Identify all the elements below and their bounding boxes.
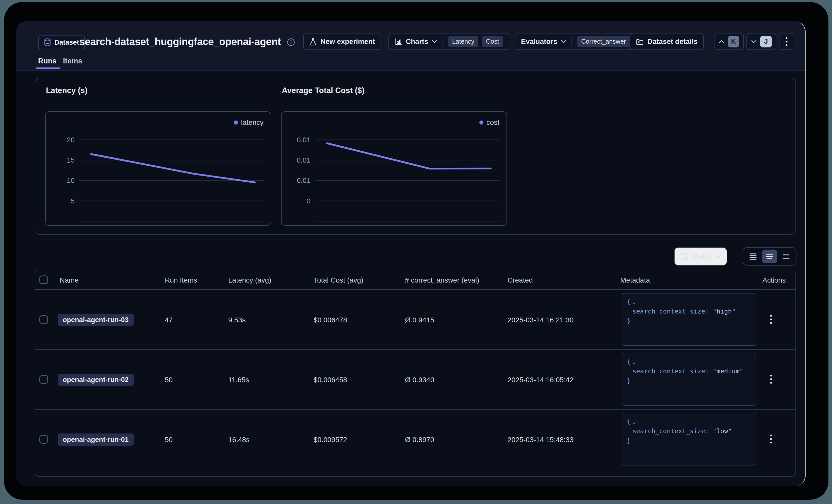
evaluator-chip-correct-answer[interactable]: Correct_answer (577, 36, 630, 47)
collapse-chevron-icon[interactable]: ⌄ (632, 298, 636, 305)
page-background: Dataset search-dataset_huggingface_opena… (0, 0, 832, 504)
chevron-down-icon (715, 255, 721, 258)
total-cost-avg-value: $0.009572 (314, 436, 347, 444)
evaluators-label: Evaluators (521, 37, 557, 46)
run-name-pill[interactable]: openai-agent-run-01 (58, 433, 134, 446)
legend-dot (479, 120, 484, 124)
row-checkbox[interactable] (40, 315, 48, 324)
json-open-brace: { (627, 418, 631, 425)
evaluators-button[interactable]: Evaluators Correct_answer (515, 33, 636, 50)
table-row: openai-agent-run-02 50 11.65s $0.006458 … (35, 350, 796, 410)
chevron-up-icon (719, 40, 724, 44)
dataset-details-button[interactable]: Dataset details (630, 33, 704, 50)
info-icon[interactable] (287, 38, 295, 47)
avatar-j: J (760, 36, 772, 48)
latency-chart-block: Latency (s) 2015105 latency (45, 78, 271, 235)
dataset-badge-label: Dataset (54, 38, 79, 47)
chevron-down-icon (751, 40, 757, 44)
row-height-compact-button[interactable] (746, 250, 760, 263)
row-actions-button[interactable] (765, 311, 777, 328)
cost-chart-block: Average Total Cost ($) 0.010.010.010 cos… (281, 78, 507, 235)
peek-up-button[interactable]: K (714, 33, 744, 50)
chevron-down-icon (561, 40, 567, 44)
tab-items[interactable]: Items (63, 57, 82, 65)
metadata-value: "medium" (713, 367, 743, 375)
eval-score-value: Ø 0.9415 (405, 316, 434, 324)
chevron-down-icon (432, 40, 438, 44)
metadata-json-box[interactable]: {⌄ search_context_size: "high" } (622, 293, 756, 346)
row-height-medium-button[interactable] (762, 250, 777, 263)
latency-chart-legend: latency (234, 118, 263, 127)
columns-icon (680, 253, 688, 260)
col-correct-answer: # correct_answer (eval) (405, 276, 479, 284)
created-value: 2025-03-14 15:48:33 (508, 436, 574, 444)
row-actions-button[interactable] (765, 431, 777, 447)
flask-icon (309, 37, 317, 46)
charts-section: Latency (s) 2015105 latency Average Tota… (35, 78, 796, 234)
svg-text:0.01: 0.01 (297, 136, 311, 144)
page-title: search-dataset_huggingface_openai-agent (79, 36, 281, 48)
svg-text:0.01: 0.01 (297, 156, 311, 164)
col-total-cost: Total Cost (avg) (314, 276, 363, 284)
metadata-json-box[interactable]: {⌄ search_context_size: "medium" } (622, 353, 756, 405)
metadata-key: search_context_size (632, 308, 705, 315)
cost-chart-card: 0.010.010.010 cost (281, 111, 507, 226)
runs-table: Name Run Items Latency (avg) Total Cost … (35, 270, 796, 477)
chart-chip-latency[interactable]: Latency (448, 36, 478, 47)
eval-score-value: Ø 0.9340 (405, 376, 434, 384)
row-height-tall-button[interactable] (779, 250, 794, 263)
table-row: openai-agent-run-01 50 16.48s $0.009572 … (35, 410, 796, 469)
divider (443, 37, 443, 46)
json-close-brace: } (627, 437, 631, 444)
table-header: Name Run Items Latency (avg) Total Cost … (35, 270, 796, 290)
row-checkbox[interactable] (40, 375, 48, 384)
legend-label: latency (241, 118, 263, 127)
cost-chart-legend: cost (479, 118, 499, 127)
run-name-pill[interactable]: openai-agent-run-03 (58, 314, 134, 326)
kebab-icon (785, 36, 788, 47)
collapse-chevron-icon[interactable]: ⌄ (632, 418, 636, 425)
new-experiment-label: New experiment (320, 37, 375, 46)
divider (572, 37, 572, 46)
avatar-k: K (728, 36, 739, 48)
dataset-badge: Dataset (38, 35, 85, 49)
tab-runs[interactable]: Runs (38, 57, 57, 65)
dataset-details-label: Dataset details (647, 37, 698, 46)
select-all-checkbox[interactable] (40, 276, 48, 284)
cost-chart: 0.010.010.010 (282, 112, 506, 225)
peek-down-button[interactable]: J (747, 33, 776, 50)
charts-button[interactable]: Charts Latency Cost (388, 33, 509, 50)
legend-label: cost (487, 118, 499, 127)
latency-chart: 2015105 (46, 112, 271, 225)
svg-text:20: 20 (67, 136, 75, 144)
row-checkbox[interactable] (40, 435, 48, 444)
table-row: openai-agent-run-03 47 9.53s $0.006478 Ø… (35, 290, 796, 350)
json-close-brace: } (627, 377, 631, 385)
run-name-pill[interactable]: openai-agent-run-02 (58, 374, 134, 386)
col-name: Name (60, 276, 79, 284)
cost-chart-title: Average Total Cost ($) (282, 86, 365, 95)
svg-text:10: 10 (67, 176, 75, 185)
row-actions-button[interactable] (765, 371, 777, 388)
latency-avg-value: 11.65s (228, 376, 249, 384)
metadata-json-box[interactable]: {⌄ search_context_size: "low" } (622, 413, 756, 466)
run-items-value: 50 (165, 436, 173, 444)
database-icon (44, 38, 51, 47)
collapse-chevron-icon[interactable]: ⌄ (632, 358, 636, 365)
col-latency: Latency (avg) (228, 276, 271, 284)
svg-text:0.01: 0.01 (297, 176, 311, 185)
new-experiment-button[interactable]: New experiment (303, 33, 381, 50)
active-tab-underline (35, 67, 60, 69)
header-kebab-menu-button[interactable] (779, 33, 794, 50)
col-actions: Actions (762, 276, 786, 284)
created-value: 2025-03-14 16:05:42 (508, 376, 574, 384)
column-visibility-button[interactable]: (6/49) (674, 247, 727, 265)
chart-chip-cost[interactable]: Cost (482, 36, 503, 47)
latency-chart-title: Latency (s) (46, 86, 87, 95)
json-close-brace: } (627, 317, 631, 325)
total-cost-avg-value: $0.006458 (314, 376, 347, 384)
latency-avg-value: 9.53s (228, 316, 246, 324)
created-value: 2025-03-14 16:21:30 (508, 316, 574, 324)
metadata-value: "high" (713, 308, 735, 315)
table-body: openai-agent-run-03 47 9.53s $0.006478 Ø… (35, 290, 796, 469)
